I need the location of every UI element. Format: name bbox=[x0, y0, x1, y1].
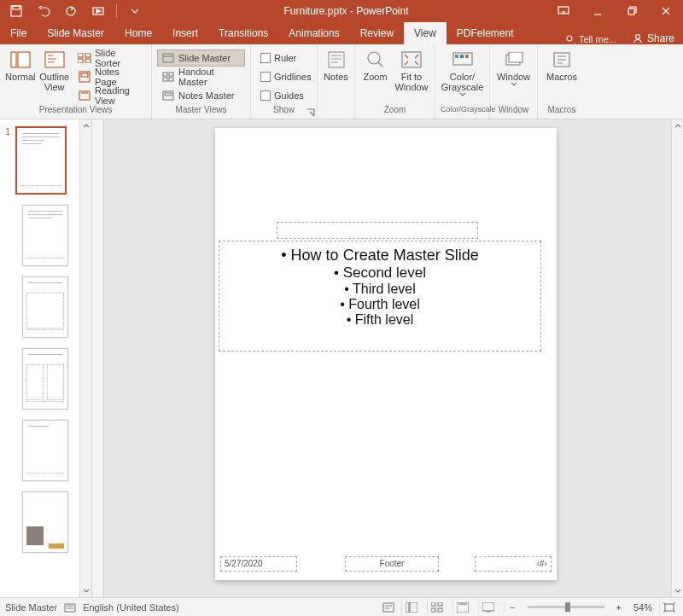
group-window: Window Window bbox=[490, 44, 538, 119]
guides-checkbox[interactable]: Guides bbox=[256, 87, 315, 104]
slide-number-placeholder[interactable]: ‹#› bbox=[475, 556, 552, 572]
ribbon: Normal Outline View Slide Sorter Notes P… bbox=[0, 44, 683, 119]
svg-rect-22 bbox=[169, 78, 173, 81]
scroll-up-icon[interactable] bbox=[80, 119, 91, 131]
svg-rect-21 bbox=[163, 78, 167, 81]
svg-point-2 bbox=[67, 7, 75, 15]
scroll-up-icon[interactable] bbox=[672, 119, 683, 131]
tab-review[interactable]: Review bbox=[350, 22, 404, 44]
close-icon[interactable] bbox=[649, 0, 683, 22]
thumbnail-scrollbar[interactable] bbox=[79, 119, 91, 597]
normal-view-icon[interactable] bbox=[401, 600, 420, 615]
svg-rect-41 bbox=[431, 608, 435, 612]
svg-rect-38 bbox=[410, 602, 417, 613]
tell-me-search[interactable]: Tell me... bbox=[558, 34, 623, 44]
footer-placeholder[interactable]: Footer bbox=[345, 556, 439, 572]
thumbnail-pane[interactable]: 1 bbox=[0, 119, 92, 597]
slide-canvas[interactable]: How to Create Master Slide Second level … bbox=[104, 119, 683, 597]
restore-icon[interactable] bbox=[615, 0, 649, 22]
body-placeholder[interactable]: How to Create Master Slide Second level … bbox=[219, 241, 541, 352]
slide-sorter-button[interactable]: Slide Sorter bbox=[73, 49, 146, 67]
svg-rect-19 bbox=[163, 73, 167, 76]
status-language[interactable]: English (United States) bbox=[83, 602, 179, 613]
minimize-icon[interactable] bbox=[581, 0, 615, 22]
group-label-notes-empty bbox=[323, 105, 349, 119]
notes-page-button[interactable]: Notes Page bbox=[73, 68, 146, 85]
group-label-presentation-views: Presentation Views bbox=[5, 105, 146, 119]
undo-icon[interactable] bbox=[32, 0, 55, 22]
ribbon-display-options-icon[interactable] bbox=[546, 0, 581, 22]
save-icon[interactable] bbox=[5, 0, 27, 22]
svg-rect-40 bbox=[438, 602, 442, 606]
svg-rect-13 bbox=[78, 59, 83, 63]
layout-thumbnail-5[interactable] bbox=[22, 491, 68, 553]
tab-file[interactable]: File bbox=[0, 22, 37, 44]
svg-rect-36 bbox=[383, 603, 394, 612]
tab-transitions[interactable]: Transitions bbox=[208, 22, 278, 44]
title-bar: Furniture.pptx - PowerPoint bbox=[0, 0, 683, 22]
group-master-views: Slide Master Handout Master Notes Master… bbox=[152, 44, 251, 119]
canvas-scrollbar[interactable] bbox=[671, 119, 683, 597]
spellcheck-icon[interactable] bbox=[64, 601, 76, 613]
layout-thumbnail-4[interactable] bbox=[22, 420, 68, 481]
svg-rect-18 bbox=[163, 54, 173, 62]
layout-thumbnail-1[interactable] bbox=[22, 205, 68, 266]
slide-master-preview[interactable]: How to Create Master Slide Second level … bbox=[215, 128, 557, 580]
workspace: 1 How to Create Master Slide Seco bbox=[0, 119, 683, 597]
tab-slide-master[interactable]: Slide Master bbox=[37, 22, 114, 44]
body-level-2: Second level bbox=[233, 264, 527, 282]
status-view-name: Slide Master bbox=[5, 602, 57, 613]
slideshow-view-icon[interactable] bbox=[478, 600, 497, 615]
tell-me-label: Tell me... bbox=[579, 34, 616, 44]
zoom-in-button[interactable]: + bbox=[611, 602, 627, 613]
group-zoom: Zoom Fit to Window Zoom bbox=[355, 44, 435, 119]
svg-rect-44 bbox=[482, 602, 494, 611]
notes-button[interactable]: Notes bbox=[323, 46, 349, 82]
share-button[interactable]: Share bbox=[623, 32, 683, 44]
body-level-4: Fourth level bbox=[233, 297, 527, 312]
scroll-down-icon[interactable] bbox=[672, 585, 683, 597]
qat-customize-icon[interactable] bbox=[124, 0, 146, 22]
svg-rect-12 bbox=[85, 53, 90, 57]
slide-sorter-view-icon[interactable] bbox=[427, 600, 446, 615]
scroll-down-icon[interactable] bbox=[80, 585, 91, 597]
tab-home[interactable]: Home bbox=[114, 22, 162, 44]
tab-insert[interactable]: Insert bbox=[162, 22, 208, 44]
zoom-out-button[interactable]: − bbox=[504, 602, 520, 613]
svg-rect-16 bbox=[81, 73, 88, 77]
svg-rect-8 bbox=[11, 52, 16, 67]
redo-icon[interactable] bbox=[60, 0, 82, 22]
notes-toggle-icon[interactable] bbox=[382, 601, 394, 613]
tab-animations[interactable]: Animations bbox=[278, 22, 349, 44]
collapsed-ruler[interactable] bbox=[92, 119, 104, 597]
zoom-button[interactable]: Zoom bbox=[360, 46, 390, 82]
outline-view-button[interactable]: Outline View bbox=[38, 46, 70, 92]
window-button[interactable]: Window bbox=[495, 46, 532, 87]
zoom-slider[interactable] bbox=[528, 606, 604, 608]
zoom-percent[interactable]: 54% bbox=[633, 602, 652, 613]
start-from-beginning-icon[interactable] bbox=[87, 0, 109, 22]
reading-view-button[interactable]: Reading View bbox=[73, 87, 146, 104]
show-dialog-launcher-icon[interactable] bbox=[306, 108, 315, 117]
gridlines-checkbox[interactable]: Gridlines bbox=[256, 68, 315, 85]
notes-master-button[interactable]: Notes Master bbox=[157, 87, 245, 104]
date-placeholder[interactable]: 5/27/2020 bbox=[220, 556, 297, 572]
tab-view[interactable]: View bbox=[404, 22, 447, 44]
reading-view-icon[interactable] bbox=[452, 600, 471, 615]
color-grayscale-button[interactable]: Color/ Grayscale bbox=[441, 46, 484, 97]
fit-to-window-button[interactable]: Fit to Window bbox=[394, 46, 429, 92]
layout-thumbnail-2[interactable] bbox=[22, 276, 68, 338]
ruler-checkbox[interactable]: Ruler bbox=[256, 49, 315, 67]
layout-thumbnail-3[interactable] bbox=[22, 348, 68, 410]
normal-view-button[interactable]: Normal bbox=[5, 46, 35, 82]
master-thumbnail[interactable] bbox=[15, 126, 67, 195]
fit-slide-icon[interactable] bbox=[659, 600, 678, 615]
macros-button[interactable]: Macros bbox=[543, 46, 581, 82]
svg-rect-33 bbox=[509, 52, 522, 62]
handout-master-button[interactable]: Handout Master bbox=[157, 68, 245, 85]
body-level-5: Fifth level bbox=[233, 312, 527, 328]
title-placeholder[interactable] bbox=[277, 222, 478, 239]
slide-master-button[interactable]: Slide Master bbox=[157, 49, 245, 67]
tab-pdfelement[interactable]: PDFelement bbox=[447, 22, 524, 44]
group-label-window: Window bbox=[495, 105, 532, 119]
